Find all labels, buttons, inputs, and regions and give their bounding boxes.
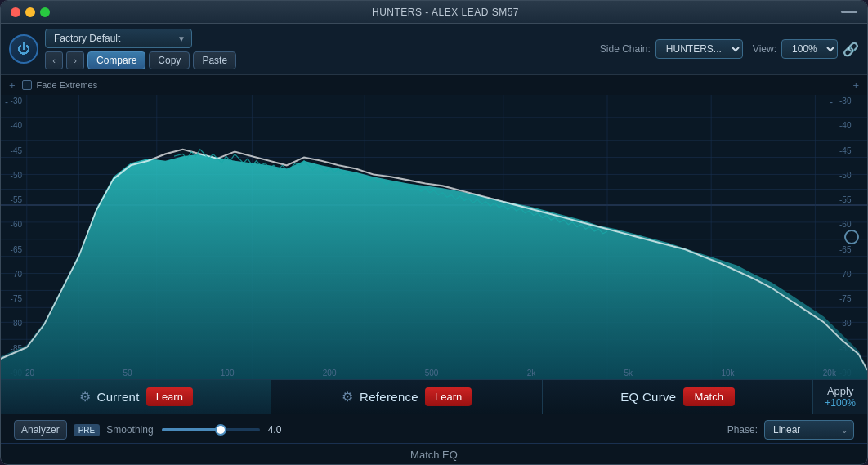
current-label: Current [97,390,140,404]
freq-2k: 2k [527,369,536,378]
controls-row: Analyzer PRE Smoothing 4.0 Phase: Linear [1,414,867,443]
plus-right-icon[interactable]: + [852,79,859,92]
smoothing-section: Smoothing 4.0 [106,424,281,436]
freq-5k: 5k [624,369,633,378]
plugin-window: HUNTERS - ALEX LEAD SM57 ⏻ Factory Defau… [0,0,868,465]
toolbar-right: Side Chain: HUNTERS... View: 100% 🔗 [600,39,859,59]
smoothing-value: 4.0 [268,424,282,436]
reference-label: Reference [360,390,418,404]
scroll-control[interactable] [844,230,859,244]
eq-top-bar: + Fade Extremes + [1,75,867,95]
view-label: View: [753,43,776,55]
slider-thumb[interactable] [215,424,226,436]
current-learn-button[interactable]: Learn [146,387,193,406]
fade-extremes-label: Fade Extremes [37,80,98,90]
freq-10k: 10k [721,369,734,378]
smoothing-slider[interactable] [162,428,260,431]
eq-area: + Fade Extremes + -30 -40 -45 -50 -55 -6… [1,75,867,443]
next-preset-button[interactable]: › [66,51,84,69]
minus-left-icon: - [5,96,8,108]
smoothing-label: Smoothing [106,424,153,436]
window-controls [11,7,50,17]
reference-learn-button[interactable]: Learn [425,387,472,406]
toolbar-left: ⏻ Factory Default ▼ ‹ › Compare [9,29,236,69]
match-button[interactable]: Match [683,387,735,406]
freq-labels: 20 50 100 200 500 2k 5k 10k 20k [25,366,836,379]
footer-title-text: Match EQ [410,449,458,461]
chevron-left-icon: ‹ [52,56,56,65]
apply-value: +100% [825,397,856,409]
view-group: View: 100% 🔗 [753,39,859,59]
apply-label: Apply [827,385,854,397]
minimize-icon[interactable] [841,11,857,13]
plus-left-icon[interactable]: + [9,79,16,92]
preset-select[interactable]: Factory Default [45,29,192,48]
reference-gear-icon[interactable]: ⚙ [342,389,353,405]
window-title: HUNTERS - ALEX LEAD SM57 [372,7,519,18]
copy-button[interactable]: Copy [149,51,190,69]
pre-button[interactable]: PRE [74,424,101,436]
spectrum-display [1,95,867,379]
compare-button[interactable]: Compare [87,51,145,69]
eq-display[interactable]: -30 -40 -45 -50 -55 -60 -65 -70 -75 -80 … [1,95,867,379]
chevron-right-icon: › [74,56,77,65]
preset-container: Factory Default ▼ [45,29,192,48]
freq-500: 500 [425,369,439,378]
phase-select-container: Linear Minimum Mixed ⌄ [764,420,854,440]
apply-section: Apply +100% [813,380,867,414]
sidechain-container: HUNTERS... [655,39,743,59]
sidechain-label: Side Chain: [600,43,651,55]
toolbar: ⏻ Factory Default ▼ ‹ › Compare [1,24,867,75]
freq-20: 20 [25,369,34,378]
title-bar: HUNTERS - ALEX LEAD SM57 [1,1,867,24]
sidechain-select[interactable]: HUNTERS... [655,39,743,59]
prev-preset-button[interactable]: ‹ [45,51,63,69]
minimize-btn[interactable] [25,7,35,17]
freq-50: 50 [123,369,132,378]
channel-row: ⚙ Current Learn ⚙ Reference Learn EQ Cur… [1,379,867,414]
view-select[interactable]: 100% [781,39,838,59]
toolbar-controls: Factory Default ▼ ‹ › Compare Copy Paste [45,29,236,69]
reference-channel[interactable]: ⚙ Reference Learn [271,380,541,414]
zoom-btn[interactable] [40,7,50,17]
controls-right: Phase: Linear Minimum Mixed ⌄ [727,420,854,440]
freq-100: 100 [221,369,235,378]
sidechain-group: Side Chain: HUNTERS... [600,39,743,59]
paste-button[interactable]: Paste [193,51,236,69]
analyzer-button[interactable]: Analyzer [14,420,67,440]
power-icon: ⏻ [17,42,30,56]
slider-fill [162,428,221,431]
footer-title: Match EQ [1,443,867,464]
view-container: 100% [781,39,838,59]
controls-left: Analyzer PRE Smoothing 4.0 [14,420,281,440]
power-button[interactable]: ⏻ [9,34,38,64]
minus-right-icon: - [830,96,833,108]
phase-select[interactable]: Linear Minimum Mixed [764,420,854,440]
preset-row: Factory Default ▼ [45,29,236,48]
freq-200: 200 [323,369,337,378]
freq-20k: 20k [823,369,836,378]
buttons-row: ‹ › Compare Copy Paste [45,51,236,69]
close-btn[interactable] [11,7,20,17]
link-icon[interactable]: 🔗 [843,42,859,57]
phase-label: Phase: [727,424,758,436]
fade-extremes-group: Fade Extremes [22,80,98,90]
eq-curve-channel[interactable]: EQ Curve Match [543,380,812,414]
eq-curve-label: EQ Curve [620,390,676,404]
current-channel[interactable]: ⚙ Current Learn [1,380,271,414]
fade-extremes-checkbox[interactable] [22,80,32,90]
current-gear-icon[interactable]: ⚙ [79,389,91,405]
